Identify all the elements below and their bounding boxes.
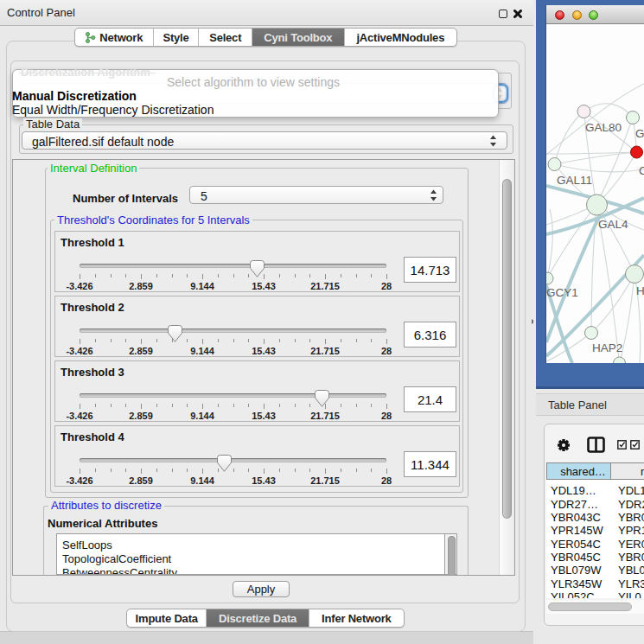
svg-text:GAL4: GAL4: [598, 218, 628, 231]
svg-text:GAL11: GAL11: [557, 174, 592, 187]
svg-text:GAL80: GAL80: [585, 121, 622, 134]
svg-text:HAP2: HAP2: [592, 341, 622, 354]
svg-text:GA: GA: [635, 127, 644, 140]
svg-text:GCY1: GCY1: [546, 286, 578, 299]
svg-text:C: C: [639, 164, 644, 177]
svg-text:H: H: [636, 284, 644, 297]
